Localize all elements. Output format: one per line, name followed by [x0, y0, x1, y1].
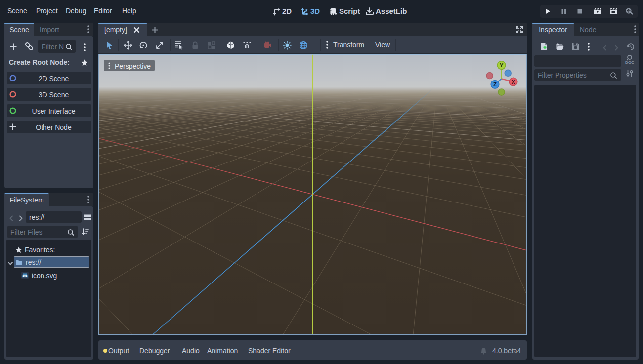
- svg-text:X: X: [512, 79, 515, 85]
- svg-text:Z: Z: [493, 81, 497, 87]
- svg-text:Y: Y: [500, 62, 504, 68]
- svg-text:DOC: DOC: [625, 60, 634, 65]
